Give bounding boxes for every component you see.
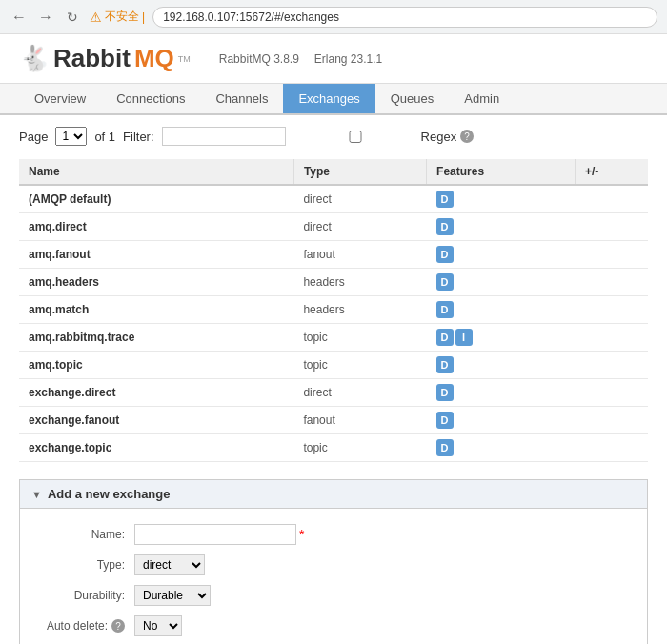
row-features: D [427,434,576,462]
add-exchange-section-body: Name: * Type: direct fanout headers topi… [19,509,648,644]
row-name: exchange.direct [19,379,293,407]
filter-input[interactable] [162,127,286,146]
table-row[interactable]: amq.headersheadersD [19,269,648,296]
tab-exchanges[interactable]: Exchanges [283,84,374,113]
row-plus-minus [575,296,648,324]
name-row: Name: * [39,524,628,545]
section-title: Add a new exchange [48,487,171,501]
durability-label: Durability: [39,589,134,602]
row-name: amq.topic [19,352,293,379]
type-row: Type: direct fanout headers topic [39,554,628,575]
feature-badge-d: D [436,301,454,318]
nav-tabs: Overview Connections Channels Exchanges … [0,84,667,115]
regex-label: Regex [421,130,457,144]
row-plus-minus [575,269,648,296]
regex-checkbox[interactable] [293,131,417,143]
page-label: Page [19,130,48,144]
auto-delete-label: Auto delete: ? [39,619,134,633]
tab-queues[interactable]: Queues [375,84,450,113]
add-exchange-section-header[interactable]: ▼ Add a new exchange [19,479,648,509]
feature-badge-d: D [436,439,454,456]
row-type: direct [293,213,426,241]
row-name: amq.headers [19,269,293,296]
row-type: fanout [293,407,426,434]
reload-button[interactable]: ↻ [63,8,82,27]
row-features: D [427,185,576,213]
feature-badge-d: D [436,384,454,401]
durability-select[interactable]: Durable Transient [134,585,211,606]
table-row[interactable]: exchange.fanoutfanoutD [19,407,648,434]
row-features: D [427,269,576,296]
version-info: RabbitMQ 3.8.9 Erlang 23.1.1 [219,52,382,66]
row-name: amq.rabbitmq.trace [19,324,293,352]
col-type: Type [293,159,426,185]
table-row[interactable]: amq.topictopicD [19,352,648,379]
row-name: exchange.topic [19,434,293,462]
row-type: topic [293,434,426,462]
row-plus-minus [575,213,648,241]
regex-help-icon[interactable]: ? [460,130,474,143]
exchanges-table: Name Type Features +/- (AMQP default)dir… [19,159,648,462]
auto-delete-row: Auto delete: ? No Yes [39,615,628,636]
table-row[interactable]: amq.rabbitmq.tracetopicDI [19,324,648,352]
back-button[interactable]: ← [10,8,29,27]
row-features: D [427,407,576,434]
row-plus-minus [575,241,648,269]
warning-icon: ⚠ [90,10,102,25]
table-row[interactable]: amq.matchheadersD [19,296,648,324]
row-features: D [427,352,576,379]
row-type: topic [293,352,426,379]
auto-delete-select[interactable]: No Yes [134,615,182,636]
type-select[interactable]: direct fanout headers topic [134,554,205,575]
table-row[interactable]: amq.directdirectD [19,213,648,241]
app-header: 🐇 RabbitMQTM RabbitMQ 3.8.9 Erlang 23.1.… [0,34,667,84]
feature-badge-d: D [436,218,454,235]
row-type: direct [293,185,426,213]
row-plus-minus [575,434,648,462]
forward-button[interactable]: → [36,8,55,27]
table-row[interactable]: exchange.directdirectD [19,379,648,407]
tab-overview[interactable]: Overview [19,84,101,113]
feature-badge-d: D [436,412,454,429]
feature-badge-d: D [436,356,454,373]
address-bar[interactable]: 192.168.0.107:15672/#/exchanges [152,7,657,28]
separator: | [142,10,145,24]
tab-connections[interactable]: Connections [101,84,200,113]
row-name: amq.fanout [19,241,293,269]
table-row[interactable]: (AMQP default)directD [19,185,648,213]
security-badge: ⚠ 不安全 | [90,9,145,25]
name-label: Name: [39,528,134,541]
row-type: fanout [293,241,426,269]
feature-badge-d: D [436,329,454,346]
page-select[interactable]: 1 [55,127,87,146]
logo-mq: MQ [134,44,174,73]
tab-channels[interactable]: Channels [200,84,283,113]
rabbitmq-version: RabbitMQ 3.8.9 [219,52,299,66]
logo-rabbit-icon: 🐇 [19,44,50,73]
of-label: of 1 [94,130,115,144]
table-row[interactable]: exchange.topictopicD [19,434,648,462]
durability-row: Durability: Durable Transient [39,585,628,606]
row-type: direct [293,379,426,407]
row-type: headers [293,296,426,324]
row-name: exchange.fanout [19,407,293,434]
table-row[interactable]: amq.fanoutfanoutD [19,241,648,269]
tab-admin[interactable]: Admin [449,84,515,113]
row-features: D [427,213,576,241]
logo-tm: TM [178,54,191,64]
row-type: headers [293,269,426,296]
feature-badge-d: D [436,273,454,291]
erlang-version: Erlang 23.1.1 [314,52,382,66]
app-container: 🐇 RabbitMQTM RabbitMQ 3.8.9 Erlang 23.1.… [0,34,667,644]
col-plus-minus[interactable]: +/- [575,159,648,185]
regex-row: Regex ? [293,130,475,144]
filter-label: Filter: [123,130,154,144]
feature-badge-d: D [436,246,454,263]
auto-delete-help-icon[interactable]: ? [111,619,125,633]
logo-text: Rabbit [53,44,131,73]
row-plus-minus [575,407,648,434]
name-input[interactable] [134,524,296,545]
row-type: topic [293,324,426,352]
feature-badge-d: D [436,191,454,208]
row-plus-minus [575,379,648,407]
